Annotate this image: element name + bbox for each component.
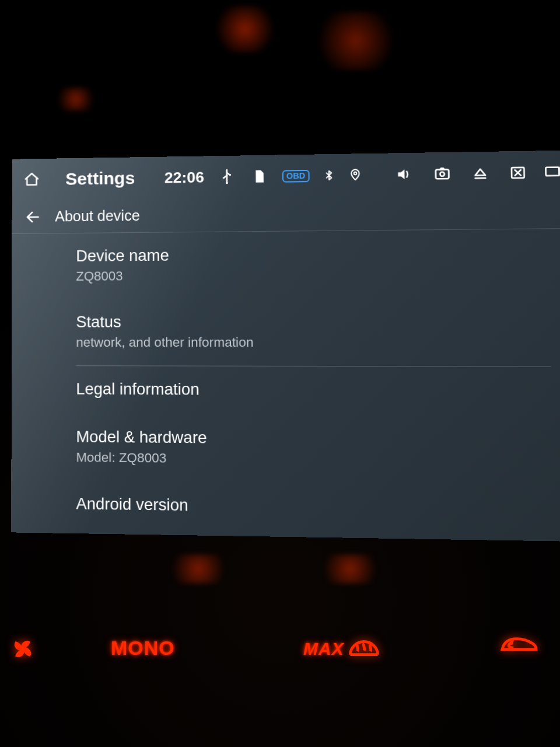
close-app-icon[interactable] — [506, 163, 530, 182]
item-legal-information[interactable]: Legal information — [76, 366, 552, 417]
sd-card-icon — [250, 167, 269, 186]
svg-point-3 — [354, 172, 357, 175]
volume-icon[interactable] — [391, 165, 416, 184]
item-title: Legal information — [76, 380, 551, 400]
head-unit-screen: Settings 22:06 OBD — [11, 151, 560, 542]
item-device-name[interactable]: Device name ZQ8003 — [76, 229, 550, 299]
defrost-icon — [348, 638, 380, 659]
settings-list: Device name ZQ8003 Status network, and o… — [11, 229, 560, 537]
item-title: Model & hardware — [76, 428, 552, 450]
screen-title: About device — [55, 207, 140, 225]
mono-button: MONO — [111, 637, 175, 659]
svg-rect-4 — [436, 169, 449, 179]
item-status[interactable]: Status network, and other information — [76, 298, 551, 366]
svg-point-5 — [440, 172, 444, 176]
max-label: MAX — [303, 639, 344, 659]
svg-rect-7 — [546, 167, 559, 176]
item-model-hardware[interactable]: Model & hardware Model: ZQ8003 — [76, 414, 553, 486]
item-title: Device name — [76, 243, 548, 266]
home-icon[interactable] — [23, 170, 41, 189]
item-subtitle: ZQ8003 — [76, 266, 549, 284]
item-subtitle: network, and other information — [76, 334, 550, 350]
status-clock: 22:06 — [164, 168, 204, 187]
bluetooth-icon — [323, 166, 335, 185]
page-title: Settings — [65, 168, 135, 189]
item-title: Status — [76, 312, 550, 331]
svg-rect-1 — [229, 174, 231, 176]
usb-icon — [217, 167, 236, 187]
back-icon[interactable] — [23, 207, 42, 226]
obd-badge: OBD — [282, 169, 310, 182]
subheader: About device — [12, 194, 560, 234]
item-title: Android version — [76, 495, 554, 520]
max-defrost-button: MAX — [303, 638, 380, 659]
svg-point-0 — [226, 182, 228, 184]
status-bar: Settings 22:06 OBD — [12, 151, 560, 201]
display-off-icon[interactable] — [544, 162, 560, 181]
item-android-version[interactable]: Android version — [76, 480, 554, 536]
screenshot-icon[interactable] — [430, 164, 455, 183]
location-icon — [348, 165, 362, 184]
recirculation-icon — [499, 633, 540, 657]
fan-icon — [12, 638, 34, 662]
eject-icon[interactable] — [468, 163, 492, 183]
item-subtitle: Model: ZQ8003 — [76, 450, 553, 470]
svg-point-2 — [223, 177, 225, 179]
